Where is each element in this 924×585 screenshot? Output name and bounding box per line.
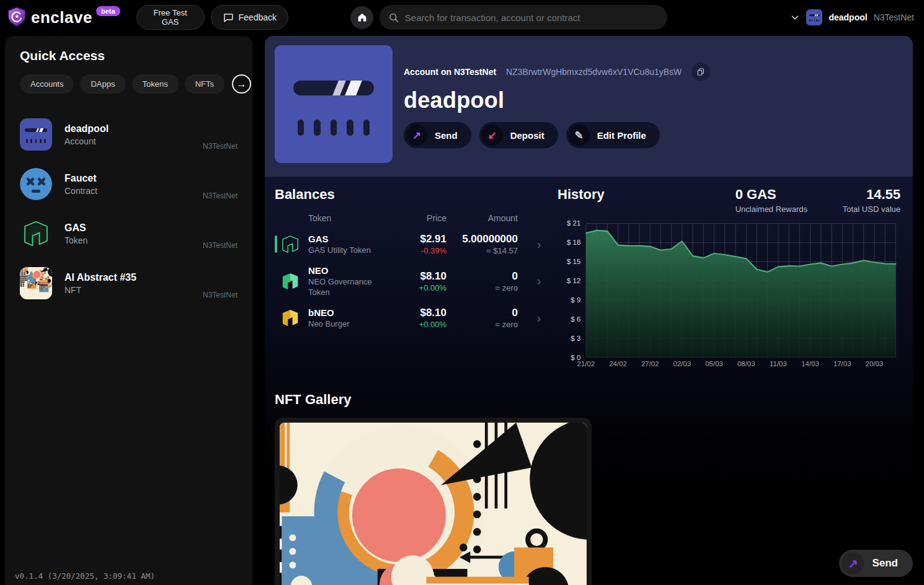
total-usd-stat: 14.55 Total USD value	[826, 187, 900, 214]
top-bar: enclave beta Free Test GAS Feedback dead…	[0, 0, 924, 35]
main-panel: Account on N3TestNet NZ3BrwtrWgHbmxzd5dv…	[265, 36, 913, 585]
total-usd-value: 14.55	[826, 187, 900, 203]
chip-nfts[interactable]: NFTs	[185, 74, 224, 94]
token-change: +0.00%	[384, 283, 446, 293]
svg-text:$ 18: $ 18	[567, 239, 580, 246]
account-address: NZ3BrwtrWgHbmxzd5dvw6xV1VCu8u1yBsW	[506, 67, 682, 77]
balances-table-header: Token Price Amount	[275, 213, 548, 223]
account-avatar	[20, 118, 52, 151]
topbar-account-name: deadpool	[828, 12, 867, 22]
svg-text:24/02: 24/02	[609, 360, 627, 367]
free-test-gas-button[interactable]: Free Test GAS	[136, 5, 205, 30]
sidebar-title: Quick Access	[5, 48, 252, 63]
sidebar-item-ai-abstract-35[interactable]: AI Abstract #35 NFT N3TestNet	[5, 258, 252, 308]
deposit-arrow-icon: ↙	[482, 125, 503, 146]
history-area-chart: $ 0$ 3$ 6$ 9$ 12$ 15$ 18$ 2121/0224/0227…	[558, 218, 900, 367]
balance-row-bneo[interactable]: bNEO Neo Burger $8.10 +0.00% 0 = zero ›	[275, 302, 548, 334]
svg-text:$ 21: $ 21	[567, 219, 580, 227]
token-price: $8.10	[384, 270, 446, 283]
nft-gallery-title: NFT Gallery	[275, 392, 900, 408]
quick-access-list: deadpool Account N3TestNet Faucet Contra…	[5, 110, 252, 308]
right-arrow-icon: →	[237, 79, 247, 90]
neo-token-icon	[281, 272, 300, 291]
token-amount: 0	[446, 270, 518, 283]
svg-text:27/02: 27/02	[641, 360, 659, 367]
active-indicator	[275, 273, 277, 290]
sidebar-item-faucet[interactable]: Faucet Contract N3TestNet	[5, 159, 252, 209]
token-amount: 0	[446, 306, 518, 319]
history-section: History 0 GAS Unclaimed Rewards 14.55 To…	[558, 187, 900, 367]
account-switcher[interactable]: deadpool N3TestNet	[790, 9, 918, 25]
floating-send-label: Send	[872, 557, 898, 570]
token-price: $8.10	[384, 306, 446, 319]
token-amount: 5.00000000	[446, 232, 518, 245]
chip-tokens[interactable]: Tokens	[132, 74, 179, 94]
home-button[interactable]	[350, 6, 373, 29]
token-symbol: bNEO	[308, 307, 384, 319]
sidebar-item-gas[interactable]: GAS Token N3TestNet	[5, 209, 252, 258]
free-test-line2: GAS	[162, 17, 179, 27]
svg-text:$ 3: $ 3	[571, 335, 580, 342]
send-label: Send	[435, 130, 458, 141]
chips-scroll-right-button[interactable]: →	[232, 74, 251, 94]
enclave-logo[interactable]: enclave beta	[6, 5, 120, 30]
edit-profile-button[interactable]: ✎ Edit Profile	[566, 122, 660, 148]
item-network: N3TestNet	[203, 241, 238, 250]
account-name-title: deadpool	[404, 87, 710, 113]
gas-token-icon	[281, 235, 300, 253]
nft-gallery-section: NFT Gallery	[275, 392, 900, 585]
feedback-label: Feedback	[239, 12, 277, 22]
chat-bubble-icon	[223, 12, 234, 23]
edit-profile-label: Edit Profile	[597, 130, 646, 141]
search-input[interactable]	[405, 12, 659, 23]
sidebar-item-deadpool[interactable]: deadpool Account N3TestNet	[5, 110, 252, 159]
beta-badge: beta	[96, 6, 120, 16]
enclave-shield-icon	[6, 5, 27, 29]
active-indicator	[275, 235, 277, 253]
svg-text:$ 6: $ 6	[571, 315, 580, 323]
history-title: History	[558, 187, 717, 203]
home-icon	[357, 12, 368, 23]
balance-row-gas[interactable]: GAS GAS Utility Token $2.91 -0.39% 5.000…	[275, 228, 548, 260]
nft-thumbnail	[20, 267, 52, 299]
feedback-button[interactable]: Feedback	[211, 5, 288, 30]
total-usd-label: Total USD value	[826, 205, 900, 214]
app-version: v0.1.4 (3/20/2025, 3:09:41 AM)	[15, 571, 155, 581]
send-button[interactable]: ↗ Send	[404, 122, 471, 148]
chip-accounts[interactable]: Accounts	[20, 74, 74, 94]
svg-text:$ 9: $ 9	[571, 296, 580, 304]
deposit-label: Deposit	[510, 130, 544, 141]
nft-card[interactable]	[275, 418, 592, 585]
pencil-icon: ✎	[569, 125, 590, 146]
token-name: NEO Governance Token	[308, 276, 384, 297]
svg-text:02/03: 02/03	[673, 360, 691, 367]
deposit-button[interactable]: ↙ Deposit	[479, 122, 558, 148]
svg-text:14/03: 14/03	[801, 360, 819, 367]
svg-text:05/03: 05/03	[705, 360, 723, 367]
item-title: GAS	[64, 221, 87, 235]
unclaimed-rewards-label: Unclaimed Rewards	[735, 205, 807, 214]
chip-dapps[interactable]: DApps	[80, 74, 125, 94]
free-test-line1: Free Test	[154, 8, 187, 17]
balance-row-neo[interactable]: NEO NEO Governance Token $8.10 +0.00% 0 …	[275, 260, 548, 302]
filter-chips: Accounts DApps Tokens NFTs →	[5, 74, 252, 94]
token-name: Neo Burger	[308, 319, 384, 329]
logo-text: enclave	[31, 5, 92, 30]
topbar-account-network: N3TestNet	[874, 12, 914, 22]
copy-address-button[interactable]	[691, 63, 710, 81]
svg-text:21/02: 21/02	[577, 360, 595, 367]
account-avatar-large	[275, 45, 393, 163]
bneo-token-icon	[281, 309, 300, 327]
svg-text:20/03: 20/03	[866, 360, 884, 367]
item-type: Token	[64, 235, 87, 247]
svg-text:$ 12: $ 12	[567, 277, 580, 284]
search-bar[interactable]	[380, 5, 667, 30]
item-network: N3TestNet	[203, 291, 238, 299]
chevron-right-icon: ›	[530, 274, 548, 288]
gas-token-icon	[20, 218, 52, 250]
token-change: +0.00%	[384, 319, 446, 330]
token-usd-value: = $14.57	[446, 245, 518, 256]
token-symbol: NEO	[308, 265, 384, 276]
floating-send-button[interactable]: ↗ Send	[839, 550, 913, 577]
token-usd-value: = zero	[446, 319, 518, 330]
